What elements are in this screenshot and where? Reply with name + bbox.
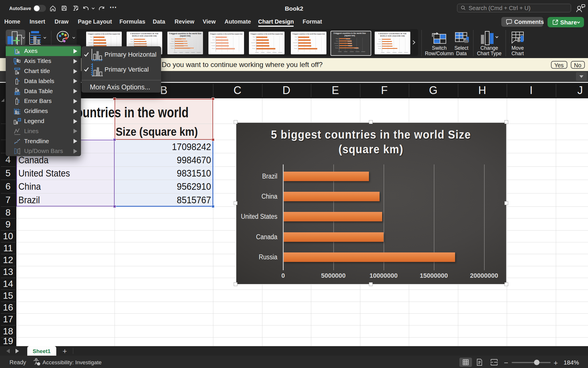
svg-text:!: ! [38, 363, 39, 365]
